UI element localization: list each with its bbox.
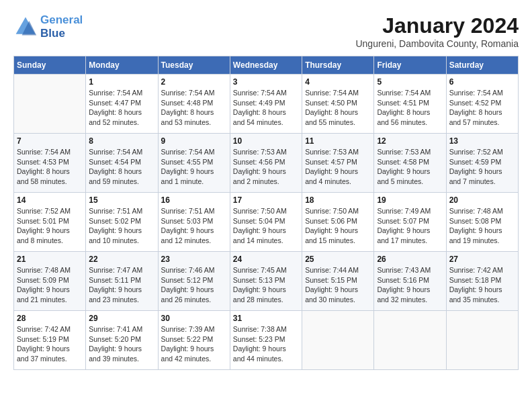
calendar-cell: 12Sunrise: 7:53 AMSunset: 4:58 PMDayligh… xyxy=(374,134,446,193)
day-info: Sunrise: 7:38 AMSunset: 5:23 PMDaylight:… xyxy=(233,324,299,364)
day-number: 4 xyxy=(305,77,371,87)
day-number: 31 xyxy=(233,314,299,323)
day-info: Sunrise: 7:54 AMSunset: 4:53 PMDaylight:… xyxy=(17,147,83,187)
column-header-monday: Monday xyxy=(86,56,158,75)
day-number: 27 xyxy=(449,255,515,264)
day-number: 5 xyxy=(377,77,443,87)
day-info: Sunrise: 7:46 AMSunset: 5:12 PMDaylight:… xyxy=(161,265,227,305)
day-info: Sunrise: 7:54 AMSunset: 4:49 PMDaylight:… xyxy=(233,88,299,128)
column-header-wednesday: Wednesday xyxy=(230,56,302,75)
logo: General Blue xyxy=(13,13,83,41)
day-info: Sunrise: 7:48 AMSunset: 5:08 PMDaylight:… xyxy=(449,206,515,246)
calendar-cell: 30Sunrise: 7:39 AMSunset: 5:22 PMDayligh… xyxy=(158,311,230,370)
calendar-week-row: 7Sunrise: 7:54 AMSunset: 4:53 PMDaylight… xyxy=(14,134,519,193)
month-title: January 2024 xyxy=(355,13,519,38)
calendar-cell: 10Sunrise: 7:53 AMSunset: 4:56 PMDayligh… xyxy=(230,134,302,193)
day-number: 2 xyxy=(161,77,227,87)
calendar-cell xyxy=(374,311,446,370)
day-info: Sunrise: 7:47 AMSunset: 5:11 PMDaylight:… xyxy=(89,265,154,305)
day-info: Sunrise: 7:41 AMSunset: 5:20 PMDaylight:… xyxy=(89,324,154,364)
calendar-cell: 24Sunrise: 7:45 AMSunset: 5:13 PMDayligh… xyxy=(230,252,302,311)
day-info: Sunrise: 7:53 AMSunset: 4:58 PMDaylight:… xyxy=(377,147,443,187)
day-number: 17 xyxy=(233,195,299,205)
calendar-week-row: 21Sunrise: 7:48 AMSunset: 5:09 PMDayligh… xyxy=(14,252,519,311)
day-info: Sunrise: 7:49 AMSunset: 5:07 PMDaylight:… xyxy=(377,206,443,246)
day-info: Sunrise: 7:54 AMSunset: 4:51 PMDaylight:… xyxy=(377,88,443,128)
day-number: 11 xyxy=(305,136,371,146)
day-number: 30 xyxy=(161,314,227,323)
calendar-cell: 26Sunrise: 7:43 AMSunset: 5:16 PMDayligh… xyxy=(374,252,446,311)
day-number: 21 xyxy=(17,255,83,264)
calendar-cell: 22Sunrise: 7:47 AMSunset: 5:11 PMDayligh… xyxy=(86,252,158,311)
day-info: Sunrise: 7:54 AMSunset: 4:54 PMDaylight:… xyxy=(89,147,154,187)
calendar-cell: 29Sunrise: 7:41 AMSunset: 5:20 PMDayligh… xyxy=(86,311,158,370)
calendar-cell: 7Sunrise: 7:54 AMSunset: 4:53 PMDaylight… xyxy=(14,134,86,193)
day-number: 16 xyxy=(161,195,227,205)
calendar-cell: 23Sunrise: 7:46 AMSunset: 5:12 PMDayligh… xyxy=(158,252,230,311)
calendar-table: SundayMondayTuesdayWednesdayThursdayFrid… xyxy=(13,56,519,370)
calendar-week-row: 1Sunrise: 7:54 AMSunset: 4:47 PMDaylight… xyxy=(14,75,519,134)
day-number: 19 xyxy=(377,195,443,205)
day-number: 18 xyxy=(305,195,371,205)
calendar-cell: 18Sunrise: 7:50 AMSunset: 5:06 PMDayligh… xyxy=(302,193,374,252)
calendar-week-row: 14Sunrise: 7:52 AMSunset: 5:01 PMDayligh… xyxy=(14,193,519,252)
day-info: Sunrise: 7:42 AMSunset: 5:19 PMDaylight:… xyxy=(17,324,83,364)
day-number: 26 xyxy=(377,255,443,264)
day-number: 6 xyxy=(449,77,515,87)
calendar-cell: 9Sunrise: 7:54 AMSunset: 4:55 PMDaylight… xyxy=(158,134,230,193)
day-number: 29 xyxy=(89,314,154,323)
day-info: Sunrise: 7:54 AMSunset: 4:47 PMDaylight:… xyxy=(89,88,154,128)
day-info: Sunrise: 7:51 AMSunset: 5:03 PMDaylight:… xyxy=(161,206,227,246)
calendar-cell: 17Sunrise: 7:50 AMSunset: 5:04 PMDayligh… xyxy=(230,193,302,252)
calendar-cell: 11Sunrise: 7:53 AMSunset: 4:57 PMDayligh… xyxy=(302,134,374,193)
calendar-cell: 28Sunrise: 7:42 AMSunset: 5:19 PMDayligh… xyxy=(14,311,86,370)
logo-icon xyxy=(13,15,38,39)
day-info: Sunrise: 7:42 AMSunset: 5:18 PMDaylight:… xyxy=(449,265,515,305)
calendar-cell: 14Sunrise: 7:52 AMSunset: 5:01 PMDayligh… xyxy=(14,193,86,252)
day-number: 23 xyxy=(161,255,227,264)
location-subtitle: Ungureni, Dambovita County, Romania xyxy=(355,38,519,49)
day-number: 24 xyxy=(233,255,299,264)
day-number: 20 xyxy=(449,195,515,205)
day-info: Sunrise: 7:54 AMSunset: 4:55 PMDaylight:… xyxy=(161,147,227,187)
calendar-cell: 6Sunrise: 7:54 AMSunset: 4:52 PMDaylight… xyxy=(446,75,518,134)
day-info: Sunrise: 7:53 AMSunset: 4:56 PMDaylight:… xyxy=(233,147,299,187)
day-info: Sunrise: 7:43 AMSunset: 5:16 PMDaylight:… xyxy=(377,265,443,305)
day-info: Sunrise: 7:39 AMSunset: 5:22 PMDaylight:… xyxy=(161,324,227,364)
calendar-cell: 3Sunrise: 7:54 AMSunset: 4:49 PMDaylight… xyxy=(230,75,302,134)
day-number: 1 xyxy=(89,77,154,87)
day-info: Sunrise: 7:52 AMSunset: 5:01 PMDaylight:… xyxy=(17,206,83,246)
calendar-cell: 4Sunrise: 7:54 AMSunset: 4:50 PMDaylight… xyxy=(302,75,374,134)
calendar-cell: 19Sunrise: 7:49 AMSunset: 5:07 PMDayligh… xyxy=(374,193,446,252)
calendar-cell: 8Sunrise: 7:54 AMSunset: 4:54 PMDaylight… xyxy=(86,134,158,193)
day-number: 15 xyxy=(89,195,154,205)
day-info: Sunrise: 7:50 AMSunset: 5:06 PMDaylight:… xyxy=(305,206,371,246)
calendar-cell: 13Sunrise: 7:52 AMSunset: 4:59 PMDayligh… xyxy=(446,134,518,193)
calendar-cell xyxy=(446,311,518,370)
column-header-friday: Friday xyxy=(374,56,446,75)
day-info: Sunrise: 7:54 AMSunset: 4:50 PMDaylight:… xyxy=(305,88,371,128)
day-info: Sunrise: 7:44 AMSunset: 5:15 PMDaylight:… xyxy=(305,265,371,305)
day-number: 22 xyxy=(89,255,154,264)
calendar-cell: 16Sunrise: 7:51 AMSunset: 5:03 PMDayligh… xyxy=(158,193,230,252)
calendar-cell xyxy=(302,311,374,370)
day-info: Sunrise: 7:45 AMSunset: 5:13 PMDaylight:… xyxy=(233,265,299,305)
day-number: 14 xyxy=(17,195,83,205)
calendar-cell: 21Sunrise: 7:48 AMSunset: 5:09 PMDayligh… xyxy=(14,252,86,311)
day-number: 8 xyxy=(89,136,154,146)
day-info: Sunrise: 7:48 AMSunset: 5:09 PMDaylight:… xyxy=(17,265,83,305)
day-number: 10 xyxy=(233,136,299,146)
calendar-cell: 27Sunrise: 7:42 AMSunset: 5:18 PMDayligh… xyxy=(446,252,518,311)
day-number: 3 xyxy=(233,77,299,87)
title-area: January 2024 Ungureni, Dambovita County,… xyxy=(355,13,519,49)
day-number: 12 xyxy=(377,136,443,146)
calendar-cell: 5Sunrise: 7:54 AMSunset: 4:51 PMDaylight… xyxy=(374,75,446,134)
day-number: 9 xyxy=(161,136,227,146)
day-number: 13 xyxy=(449,136,515,146)
day-number: 7 xyxy=(17,136,83,146)
calendar-cell: 15Sunrise: 7:51 AMSunset: 5:02 PMDayligh… xyxy=(86,193,158,252)
calendar-cell: 31Sunrise: 7:38 AMSunset: 5:23 PMDayligh… xyxy=(230,311,302,370)
calendar-cell: 20Sunrise: 7:48 AMSunset: 5:08 PMDayligh… xyxy=(446,193,518,252)
column-header-sunday: Sunday xyxy=(14,56,86,75)
calendar-cell: 25Sunrise: 7:44 AMSunset: 5:15 PMDayligh… xyxy=(302,252,374,311)
